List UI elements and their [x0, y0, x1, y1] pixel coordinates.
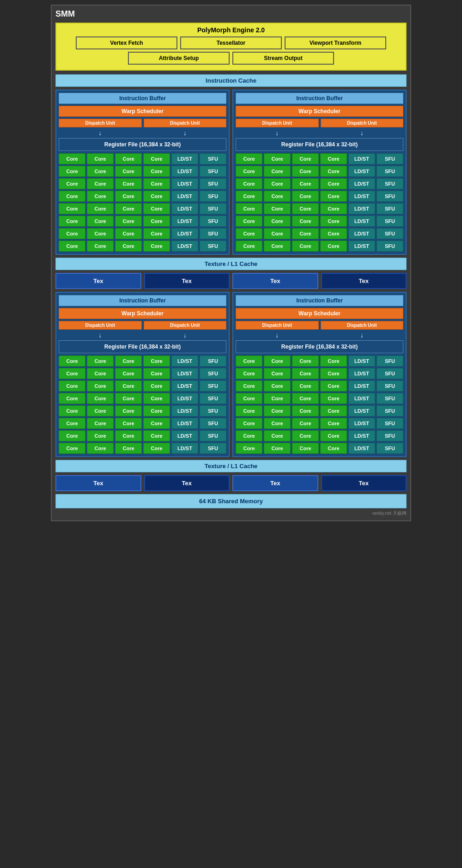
core-row: Core Core Core Core LD/ST SFU	[59, 443, 226, 454]
core-cell: Core	[320, 228, 347, 239]
core-row: Core Core Core Core LD/ST SFU	[236, 430, 403, 441]
arrow-br-1: ↓	[236, 332, 319, 339]
tessellator-box: Tessellator	[180, 36, 282, 49]
core-row: Core Core Core Core LD/ST SFU	[59, 191, 226, 202]
core-cell: Core	[59, 405, 85, 416]
arrow-right-2: ↓	[321, 129, 404, 137]
ldst-cell: LD/ST	[348, 380, 375, 392]
core-cell: Core	[292, 380, 319, 392]
ldst-cell: LD/ST	[348, 166, 375, 177]
core-cell: Core	[292, 418, 319, 429]
arrow-br-2: ↓	[321, 332, 404, 339]
bottom-left-dispatch-row: Dispatch Unit Dispatch Unit	[59, 321, 226, 330]
core-cell: Core	[236, 430, 262, 441]
core-cell: Core	[87, 430, 114, 441]
core-cell: Core	[320, 153, 347, 164]
core-cell: Core	[143, 380, 170, 392]
core-cell: Core	[115, 203, 142, 214]
core-cell: Core	[236, 216, 262, 227]
core-cell: Core	[87, 191, 114, 202]
sfu-cell: SFU	[200, 191, 226, 202]
core-cell: Core	[59, 203, 85, 214]
sfu-cell: SFU	[377, 228, 403, 239]
texture-cache-bar-top: Texture / L1 Cache	[55, 258, 407, 270]
core-cell: Core	[320, 203, 347, 214]
sfu-cell: SFU	[200, 393, 226, 404]
core-row: Core Core Core Core LD/ST SFU	[59, 228, 226, 239]
core-row: Core Core Core Core LD/ST SFU	[236, 216, 403, 227]
core-row: Core Core Core Core LD/ST SFU	[59, 368, 226, 379]
arrow-left-2: ↓	[144, 129, 227, 137]
core-cell: Core	[264, 216, 291, 227]
core-cell: Core	[143, 191, 170, 202]
ldst-cell: LD/ST	[348, 443, 375, 454]
core-cell: Core	[87, 356, 114, 367]
core-cell: Core	[87, 166, 114, 177]
sfu-cell: SFU	[377, 430, 403, 441]
core-cell: Core	[264, 393, 291, 404]
core-cell: Core	[87, 241, 114, 252]
core-cell: Core	[292, 405, 319, 416]
ldst-cell: LD/ST	[348, 203, 375, 214]
sfu-cell: SFU	[377, 166, 403, 177]
top-tex-row: Tex Tex Tex Tex	[55, 273, 407, 289]
arrow-bl-1: ↓	[59, 332, 142, 339]
core-row: Core Core Core Core LD/ST SFU	[236, 368, 403, 379]
bottom-right-register-file: Register File (16,384 x 32-bit)	[236, 340, 403, 353]
ldst-cell: LD/ST	[171, 191, 198, 202]
sfu-cell: SFU	[377, 443, 403, 454]
bottom-left-warp-scheduler: Warp Scheduler	[59, 308, 226, 319]
sfu-cell: SFU	[377, 241, 403, 252]
core-cell: Core	[59, 178, 85, 189]
core-cell: Core	[292, 216, 319, 227]
main-container: SMM PolyMorph Engine 2.0 Vertex Fetch Te…	[51, 5, 411, 521]
core-cell: Core	[264, 178, 291, 189]
ldst-cell: LD/ST	[171, 443, 198, 454]
core-cell: Core	[236, 178, 262, 189]
tex-box-1: Tex	[55, 273, 141, 289]
top-left-dispatch-unit-2: Dispatch Unit	[144, 119, 227, 127]
sfu-cell: SFU	[200, 405, 226, 416]
core-cell: Core	[59, 393, 85, 404]
ldst-cell: LD/ST	[171, 166, 198, 177]
sfu-cell: SFU	[200, 241, 226, 252]
bottom-right-dispatch-unit-2: Dispatch Unit	[321, 321, 404, 330]
core-cell: Core	[115, 191, 142, 202]
sfu-cell: SFU	[377, 418, 403, 429]
ldst-cell: LD/ST	[171, 203, 198, 214]
sfu-cell: SFU	[377, 153, 403, 164]
core-cell: Core	[143, 216, 170, 227]
core-cell: Core	[143, 393, 170, 404]
core-row: Core Core Core Core LD/ST SFU	[59, 241, 226, 252]
sfu-cell: SFU	[377, 191, 403, 202]
top-right-instruction-buffer: Instruction Buffer	[236, 93, 403, 104]
core-cell: Core	[143, 166, 170, 177]
top-right-dispatch-unit-1: Dispatch Unit	[236, 119, 319, 127]
top-left-dispatch-unit-1: Dispatch Unit	[59, 119, 142, 127]
core-cell: Core	[320, 380, 347, 392]
core-cell: Core	[292, 153, 319, 164]
polymorph-section: PolyMorph Engine 2.0 Vertex Fetch Tessel…	[55, 23, 407, 71]
core-cell: Core	[87, 228, 114, 239]
core-cell: Core	[292, 430, 319, 441]
core-cell: Core	[87, 178, 114, 189]
core-cell: Core	[59, 241, 85, 252]
top-left-arrows: ↓ ↓	[59, 129, 226, 137]
core-cell: Core	[87, 405, 114, 416]
bottom-tex-row: Tex Tex Tex Tex	[55, 475, 407, 491]
core-cell: Core	[115, 153, 142, 164]
core-cell: Core	[115, 368, 142, 379]
core-cell: Core	[236, 380, 262, 392]
vertex-fetch-box: Vertex Fetch	[76, 36, 177, 49]
core-cell: Core	[115, 228, 142, 239]
bottom-right-instruction-buffer: Instruction Buffer	[236, 295, 403, 306]
core-cell: Core	[236, 191, 262, 202]
top-left-instruction-buffer: Instruction Buffer	[59, 93, 226, 104]
core-row: Core Core Core Core LD/ST SFU	[59, 153, 226, 164]
core-cell: Core	[59, 228, 85, 239]
arrow-bl-2: ↓	[144, 332, 227, 339]
sfu-cell: SFU	[200, 178, 226, 189]
ldst-cell: LD/ST	[171, 228, 198, 239]
polymorph-row2: Attribute Setup Stream Output	[59, 52, 403, 65]
core-cell: Core	[292, 241, 319, 252]
